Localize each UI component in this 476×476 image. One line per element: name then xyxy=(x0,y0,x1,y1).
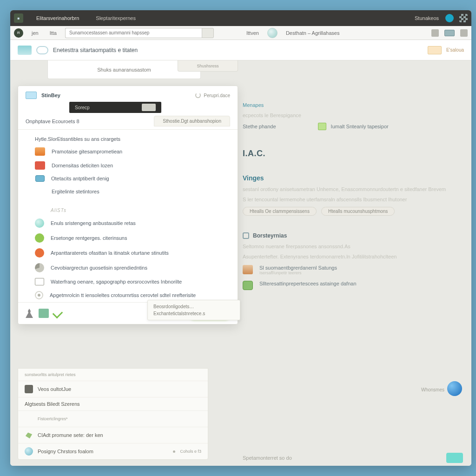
search-input[interactable] xyxy=(65,28,202,38)
footer-action-button[interactable] xyxy=(446,453,463,463)
item-icon xyxy=(35,161,45,170)
group-2-label: AliSTs xyxy=(18,198,238,216)
building-icon[interactable] xyxy=(39,309,49,318)
bullet-icon xyxy=(35,291,43,299)
refresh-icon xyxy=(195,93,201,98)
topbar-tab-primary[interactable]: Elitarsverinahorbrn xyxy=(28,10,87,26)
lower-item[interactable]: Veos oultotJue xyxy=(18,381,208,397)
avatar-icon[interactable] xyxy=(267,28,278,38)
workspace-badge-icon[interactable]: R xyxy=(14,28,23,38)
page-badge-label: E'saloua xyxy=(446,47,464,53)
file-icon-1 xyxy=(243,265,253,274)
file-icon-2 xyxy=(243,281,253,290)
chip-1[interactable]: Htealls Oe clammpensissens xyxy=(243,207,317,216)
item-icon xyxy=(35,187,45,196)
link-sub: ecpecots le Berespigance xyxy=(243,112,462,118)
app-topbar: ■ Elitarsverinahorbrn Sleptaritexpernes … xyxy=(10,10,471,26)
breadcrumb-label: Desthatn – Agrillahases xyxy=(283,30,343,36)
item-icon xyxy=(35,147,45,156)
link-primary[interactable]: Menapes xyxy=(243,102,264,108)
panel-title: Borsteyrnias xyxy=(253,232,287,239)
file-tag-icon xyxy=(318,123,326,130)
status-orb-icon[interactable] xyxy=(447,381,462,396)
apps-grid-icon[interactable] xyxy=(459,14,468,22)
list-item[interactable]: Arpanttaraterets ofasttan la itinatsk ot… xyxy=(18,245,238,260)
page-badge-icon xyxy=(428,46,442,54)
status-orb-label: Whonsmes xyxy=(421,387,444,392)
leaf-icon xyxy=(25,431,33,439)
footer-text: Spetamonterret so do xyxy=(243,455,442,461)
globe-icon xyxy=(25,447,33,456)
item-icon xyxy=(35,248,44,258)
panel-head-icon xyxy=(26,92,37,99)
lower-item[interactable]: Algtsests Biledt Szerens xyxy=(18,397,208,410)
search-button[interactable] xyxy=(202,28,214,38)
list-item[interactable]: Pramotaise gitesamprometiean xyxy=(18,145,238,159)
body-line-2: S ler tencountal lermemohe uterfamsraln … xyxy=(243,197,462,202)
list-item[interactable]: Ersetonge rentgerges. citerinsuns xyxy=(18,231,238,245)
cloud-icon xyxy=(36,46,48,54)
lower-list: sonstworltts aritulpret rietes Veos oult… xyxy=(18,368,208,460)
lower-item[interactable]: CIAdt promune sete: der ken xyxy=(18,427,208,443)
list-item[interactable]: Enuls sristengeng anbustausitie retas xyxy=(18,216,238,231)
actions-panel: StinBey Perupri.dace Sorecp Onphptave Ec… xyxy=(18,86,238,324)
chip-2[interactable]: Htealls mucounshusphtmons xyxy=(321,207,395,216)
mode-label-2[interactable]: Itta xyxy=(47,30,60,36)
check-icon xyxy=(53,308,63,319)
item-icon xyxy=(35,263,44,272)
toolbar: R jen Itta Ittven Desthatn – Agrillahase… xyxy=(10,26,471,40)
list-item[interactable]: Ergitelinte stetintores xyxy=(18,185,238,198)
panel-head-label: StinBey xyxy=(41,93,60,98)
item-icon xyxy=(35,175,45,182)
row-plain-text: Stethe phande xyxy=(243,124,276,129)
page-title: Enetesttra sitartaompatits e titaten xyxy=(53,47,138,53)
tool-icon-2[interactable] xyxy=(460,29,468,37)
file-sub-1: Isersaff/unpettr teerers xyxy=(259,271,337,275)
list-item[interactable]: Dornensitas deticiten lozen xyxy=(18,159,238,172)
tooltip-line-2: Exchantetictalstnretece.s xyxy=(153,310,234,317)
tooltip-line-1: Beosrdonligodets… xyxy=(153,303,234,310)
page-thumb-icon xyxy=(18,46,32,55)
filter-label[interactable]: Ittven xyxy=(244,30,262,36)
section-heading: I.A.C. xyxy=(243,149,462,159)
group-1-label: Hytle.SlorEtissntibles su ans cirargets xyxy=(18,130,238,145)
file-name-2[interactable]: Sllteresattinprepertescees astainge dafn… xyxy=(259,281,357,286)
page-title-bar: Enetesttra sitartaompatits e titaten E's… xyxy=(10,40,471,60)
panel-text-2: Asupentertefter. Extenyranes terdomonarr… xyxy=(243,254,462,259)
bullet-icon xyxy=(173,450,175,453)
lower-item[interactable]: sonstworltts aritulpret rietes xyxy=(18,369,208,381)
panel-footer: Beosrdonligodets… Exchantetictalstnretec… xyxy=(18,302,238,324)
panel-icon xyxy=(243,232,249,239)
list-item[interactable]: Waterfrang oenare, sgapographp eorsrocov… xyxy=(18,275,238,288)
lower-item[interactable]: Posigny Chrstors foalom Cohols e f3 xyxy=(18,443,208,459)
panel-subhead-tab[interactable]: Sthostie.Dgt auhbanshopion xyxy=(154,116,230,126)
app-logo-icon: ■ xyxy=(14,13,23,23)
mode-label-1[interactable]: jen xyxy=(29,30,41,36)
panel-refresh-button[interactable]: Perupri.dace xyxy=(195,93,230,98)
square-icon xyxy=(25,385,33,393)
notifications-icon[interactable] xyxy=(445,14,454,22)
panel-dark-tab[interactable]: Sorecp xyxy=(69,102,161,113)
lower-item[interactable]: Fistoertclingres* xyxy=(18,410,208,427)
topbar-right-label: Stunakeos xyxy=(415,15,439,21)
folder-icon xyxy=(35,278,44,285)
search-box xyxy=(65,28,214,38)
panel-subhead: Onphptave Ecouroets 8 xyxy=(26,119,79,124)
row-inline-label: Iumalt Snteanly tapesipor xyxy=(331,124,389,129)
drag-handle-icon[interactable] xyxy=(142,104,156,111)
list-item[interactable]: Otetacits antptiberlt denig xyxy=(18,172,238,185)
content-tab-secondary[interactable]: Shushsress xyxy=(178,60,238,72)
panel-text-1: Seltomno nuerane firerpasnones ansonssnd… xyxy=(243,244,462,249)
tooltip: Beosrdonligodets… Exchantetictalstnretec… xyxy=(147,300,240,320)
tool-icon-1[interactable] xyxy=(431,29,439,37)
subsection-heading: Vinges xyxy=(243,174,462,182)
person-icon[interactable] xyxy=(25,309,34,318)
file-name-1[interactable]: Sl suomaentbgrerdanernl Satungs xyxy=(259,265,337,271)
body-line-1: sestanl orotlony anisetuametran Unhemce,… xyxy=(243,186,462,192)
item-icon xyxy=(35,218,44,228)
item-icon xyxy=(35,233,44,243)
card-icon[interactable] xyxy=(444,30,455,36)
list-item[interactable]: Cevobiargrectun guosetisin sprendiedntin… xyxy=(18,260,238,275)
topbar-tab-secondary[interactable]: Sleptaritexpernes xyxy=(87,10,144,26)
